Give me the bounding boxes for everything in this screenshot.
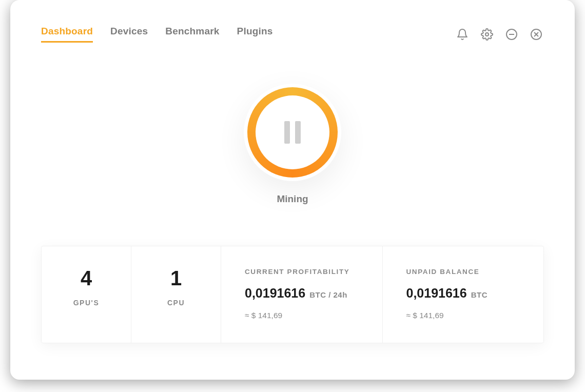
tab-devices[interactable]: Devices <box>110 26 148 43</box>
top-bar: Dashboard Devices Benchmark Plugins <box>10 0 575 43</box>
mining-status-label: Mining <box>277 193 308 205</box>
profitability-kicker: CURRENT PROFITABILITY <box>245 268 359 276</box>
tab-benchmark[interactable]: Benchmark <box>165 26 219 43</box>
balance-usd: ≈ $ 141,69 <box>406 311 520 320</box>
window-controls <box>455 27 544 42</box>
stat-gpu: 4 GPU'S <box>42 246 131 343</box>
stat-balance: UNPAID BALANCE 0,0191616 BTC ≈ $ 141,69 <box>383 246 544 343</box>
gpu-count: 4 <box>65 268 107 288</box>
balance-value: 0,0191616 <box>406 286 467 301</box>
minimize-icon[interactable] <box>504 27 519 42</box>
app-window: Dashboard Devices Benchmark Plugins <box>10 0 575 380</box>
mining-toggle-button[interactable] <box>244 84 341 181</box>
balance-unit: BTC <box>471 290 488 299</box>
pause-inner <box>256 95 329 169</box>
tab-plugins[interactable]: Plugins <box>237 26 273 43</box>
bell-icon[interactable] <box>455 27 470 42</box>
stats-row: 4 GPU'S 1 CPU CURRENT PROFITABILITY 0,01… <box>41 246 544 343</box>
profitability-unit: BTC / 24h <box>309 290 347 299</box>
pause-icon <box>284 121 301 144</box>
cpu-count: 1 <box>155 268 197 288</box>
close-icon[interactable] <box>529 27 544 42</box>
nav-tabs: Dashboard Devices Benchmark Plugins <box>41 26 273 43</box>
gear-icon[interactable] <box>479 27 495 42</box>
balance-kicker: UNPAID BALANCE <box>406 268 520 276</box>
svg-point-0 <box>485 33 489 36</box>
cpu-label: CPU <box>155 299 197 307</box>
gpu-label: GPU'S <box>65 299 107 307</box>
tab-dashboard[interactable]: Dashboard <box>41 26 93 43</box>
profitability-value: 0,0191616 <box>245 286 305 301</box>
stat-profitability: CURRENT PROFITABILITY 0,0191616 BTC / 24… <box>221 246 383 343</box>
profitability-usd: ≈ $ 141,69 <box>245 311 359 320</box>
hero: Mining <box>10 84 575 205</box>
stat-cpu: 1 CPU <box>131 246 221 343</box>
progress-ring <box>247 87 338 178</box>
